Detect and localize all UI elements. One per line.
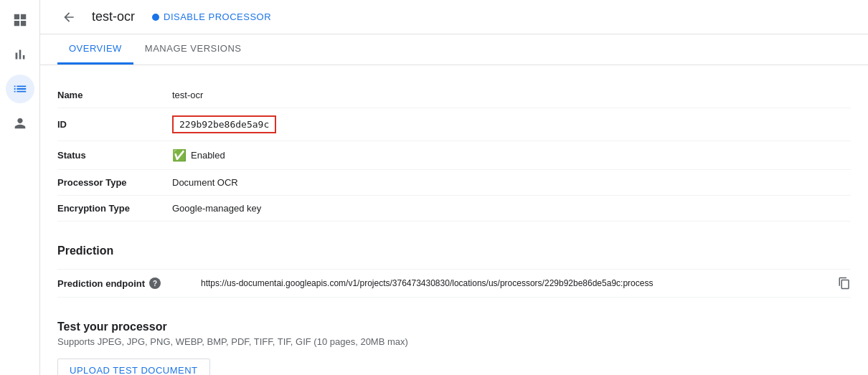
sidebar-item-grid[interactable]: [6, 6, 34, 34]
tabs: OVERVIEW MANAGE VERSIONS: [40, 34, 868, 65]
copy-icon[interactable]: [838, 277, 851, 290]
prediction-row: Prediction endpoint ? https://us-documen…: [57, 269, 851, 298]
sidebar-item-person[interactable]: [6, 109, 34, 138]
content-area: Name test-ocr ID 229b92be86de5a9c Status…: [40, 65, 868, 375]
info-table: Name test-ocr ID 229b92be86de5a9c Status…: [57, 82, 851, 222]
main-content: test-ocr DISABLE PROCESSOR OVERVIEW MANA…: [40, 0, 868, 375]
info-row-processor-type: Processor Type Document OCR: [57, 170, 851, 196]
test-subtitle: Supports JPEG, JPG, PNG, WEBP, BMP, PDF,…: [57, 336, 851, 347]
label-status: Status: [57, 150, 172, 161]
disable-processor-button[interactable]: DISABLE PROCESSOR: [152, 11, 271, 22]
page-title: test-ocr: [92, 9, 135, 24]
value-name: test-ocr: [172, 90, 203, 100]
info-row-encryption-type: Encryption Type Google-managed key: [57, 196, 851, 222]
label-encryption-type: Encryption Type: [57, 203, 172, 214]
check-icon: ✅: [172, 148, 187, 162]
value-id: 229b92be86de5a9c: [172, 115, 276, 133]
sidebar-item-chart[interactable]: [6, 40, 34, 69]
help-icon[interactable]: ?: [149, 277, 161, 289]
disable-dot: [152, 14, 159, 21]
value-encryption-type: Google-managed key: [172, 203, 261, 214]
label-name: Name: [57, 90, 172, 100]
back-button[interactable]: [57, 6, 80, 29]
info-row-status: Status ✅ Enabled: [57, 141, 851, 170]
value-status: ✅ Enabled: [172, 148, 225, 162]
prediction-section-title: Prediction: [57, 245, 851, 257]
prediction-url: https://us-documentai.googleapis.com/v1/…: [201, 278, 832, 288]
prediction-section: Prediction Prediction endpoint ? https:/…: [57, 245, 851, 298]
info-row-id: ID 229b92be86de5a9c: [57, 108, 851, 141]
upload-test-document-button[interactable]: UPLOAD TEST DOCUMENT: [57, 359, 210, 375]
tab-overview[interactable]: OVERVIEW: [57, 34, 133, 65]
test-section-title: Test your processor: [57, 321, 851, 333]
info-row-name: Name test-ocr: [57, 82, 851, 108]
label-id: ID: [57, 119, 172, 130]
label-processor-type: Processor Type: [57, 177, 172, 188]
sidebar-item-list[interactable]: [6, 75, 34, 103]
sidebar: [0, 0, 40, 375]
value-processor-type: Document OCR: [172, 177, 238, 188]
tab-manage-versions[interactable]: MANAGE VERSIONS: [133, 34, 253, 65]
test-section: Test your processor Supports JPEG, JPG, …: [57, 321, 851, 375]
prediction-endpoint-label: Prediction endpoint ?: [57, 277, 201, 289]
topbar: test-ocr DISABLE PROCESSOR: [40, 0, 868, 34]
